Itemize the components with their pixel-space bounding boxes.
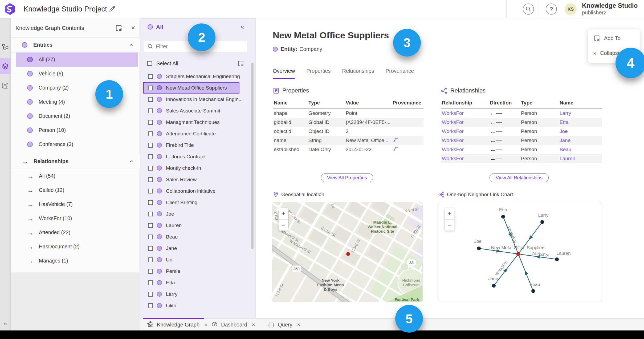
instance-checkbox[interactable]: [148, 143, 153, 148]
close-panel-icon[interactable]: ×: [131, 24, 135, 32]
entity-instance-item[interactable]: Etta: [143, 277, 239, 288]
graph-node[interactable]: [540, 220, 544, 224]
relationship-type-item[interactable]: →Manages (1): [16, 254, 138, 268]
instance-checkbox[interactable]: [148, 212, 153, 216]
instance-checkbox[interactable]: [148, 154, 153, 159]
edit-title-icon[interactable]: [108, 5, 116, 13]
close-tab-icon[interactable]: ×: [204, 321, 207, 328]
entity-instance-item[interactable]: Joe: [143, 208, 239, 220]
entity-instance-item[interactable]: Larry: [143, 288, 239, 300]
entity-instance-item[interactable]: Managment Techniques: [143, 116, 239, 128]
instance-checkbox[interactable]: [148, 86, 153, 90]
instance-checkbox[interactable]: [148, 74, 153, 79]
instance-checkbox[interactable]: [148, 235, 153, 239]
save-icon[interactable]: [0, 78, 11, 94]
relationship-type-item[interactable]: →Called (12): [16, 183, 138, 197]
instance-checkbox[interactable]: [148, 246, 153, 251]
instance-checkbox[interactable]: [148, 292, 153, 297]
user-info[interactable]: Knowledge Studio publisher2: [582, 2, 638, 16]
instance-checkbox[interactable]: [148, 303, 153, 308]
entity-instance-item[interactable]: Sales Associate Summit: [143, 105, 239, 116]
entity-instance-item[interactable]: Lilith: [143, 300, 239, 311]
relationship-link[interactable]: WorksFor: [442, 128, 464, 134]
graph-node[interactable]: [501, 215, 505, 219]
bottom-tab-query[interactable]: { }Query×: [268, 318, 300, 331]
instance-checkbox[interactable]: [148, 269, 153, 274]
entity-instance-item[interactable]: Collaboration initiative: [143, 185, 239, 197]
relationships-section-header[interactable]: → Relationships: [11, 154, 140, 169]
instance-checkbox[interactable]: [148, 131, 153, 136]
provenance-flag-icon[interactable]: [393, 146, 398, 152]
entity-instance-item[interactable]: Sales Review: [143, 174, 239, 185]
graph-node[interactable]: [555, 257, 559, 261]
one-hop-link-chart[interactable]: + − WorksForWorksForWorksForEttaLarryJoe…: [438, 202, 602, 302]
knowledge-studio-logo-icon[interactable]: [4, 3, 16, 15]
select-all-row[interactable]: Select All: [140, 58, 256, 69]
avatar[interactable]: KS: [565, 3, 577, 15]
instance-checkbox[interactable]: [148, 200, 153, 205]
relationship-type-item[interactable]: →HasDocument (2): [16, 240, 138, 254]
instance-checkbox[interactable]: [148, 223, 153, 228]
link-chart-canvas[interactable]: WorksForWorksForWorksForEttaLarryJoeLaur…: [438, 202, 602, 302]
add-to-new-icon[interactable]: [115, 24, 123, 32]
relationship-type-item[interactable]: →HasVehicle (7): [16, 197, 138, 211]
relationship-type-item[interactable]: →WorksFor (10): [16, 211, 138, 225]
entities-section-header[interactable]: Entities: [11, 38, 140, 53]
graph-node[interactable]: [531, 289, 535, 293]
expand-rail-icon[interactable]: »: [0, 321, 11, 327]
entity-instance-item[interactable]: Persie: [143, 265, 239, 277]
entity-instance-item[interactable]: Innovations in Mechanical Engin...: [143, 94, 239, 105]
tab-overview[interactable]: Overview: [273, 68, 295, 79]
zoom-out-button[interactable]: −: [445, 219, 454, 231]
zoom-out-button[interactable]: −: [279, 219, 288, 231]
related-entity-link[interactable]: Larry: [560, 110, 571, 116]
map-entity-marker[interactable]: [346, 252, 350, 256]
help-icon[interactable]: ?: [545, 3, 557, 15]
instance-checkbox[interactable]: [148, 166, 153, 171]
entity-instance-item[interactable]: Montly check-in: [143, 162, 239, 174]
tab-properties[interactable]: Properties: [306, 68, 331, 79]
map-canvas[interactable]: k RdW Clay StSaMarshall StW Marshall StE…: [272, 202, 423, 302]
relationship-link[interactable]: WorksFor: [442, 119, 464, 125]
relationship-link[interactable]: WorksFor: [442, 138, 464, 143]
graph-center-node[interactable]: [516, 252, 520, 256]
entity-instance-item[interactable]: Staplers Mechanical Engineering: [143, 71, 239, 82]
entity-instance-item[interactable]: New Metal Office Suppliers: [143, 82, 239, 94]
entity-instance-item[interactable]: Uri: [143, 254, 239, 265]
entity-type-item[interactable]: Conference (3): [16, 137, 138, 151]
chevron-up-icon[interactable]: [129, 42, 134, 49]
entity-instance-item[interactable]: Beau: [143, 231, 239, 243]
entity-type-item[interactable]: Vehicle (6): [16, 67, 138, 81]
related-entity-link[interactable]: Etta: [560, 119, 569, 125]
view-all-relationships-button[interactable]: View All Relationships: [490, 173, 549, 182]
instance-checkbox[interactable]: [148, 257, 153, 262]
related-entity-link[interactable]: Beau: [560, 147, 571, 152]
instance-checkbox[interactable]: [148, 177, 153, 182]
entity-type-item[interactable]: Person (10): [16, 123, 138, 137]
entity-instance-item[interactable]: Lauren: [143, 220, 239, 231]
entity-type-item[interactable]: Document (2): [16, 109, 138, 123]
instance-checkbox[interactable]: [148, 108, 153, 113]
entity-instance-item[interactable]: L. Jones Contract: [143, 151, 239, 162]
entity-instance-item[interactable]: Client Briefing: [143, 197, 239, 208]
entity-type-item[interactable]: All (27): [16, 53, 138, 67]
provenance-flag-icon[interactable]: [393, 137, 398, 143]
chevron-up-icon[interactable]: [129, 159, 134, 165]
tab-provenance[interactable]: Provenance: [386, 68, 414, 79]
close-tab-icon[interactable]: ×: [297, 321, 300, 328]
tab-relationships[interactable]: Relationships: [342, 68, 374, 79]
relationship-type-item[interactable]: →Attended (22): [16, 225, 138, 240]
geospatial-map[interactable]: + −: [272, 202, 423, 302]
graph-node[interactable]: [492, 284, 496, 288]
instance-checkbox[interactable]: [148, 280, 153, 285]
instance-checkbox[interactable]: [148, 97, 153, 102]
instance-checkbox[interactable]: [148, 189, 153, 193]
data-model-icon[interactable]: [0, 39, 11, 55]
instance-checkbox[interactable]: [148, 120, 153, 125]
entity-instance-item[interactable]: Attendance Certificate: [143, 128, 239, 139]
entity-instance-item[interactable]: Jane: [143, 243, 239, 254]
scrollbar[interactable]: [251, 63, 254, 249]
related-entity-link[interactable]: Joe: [560, 128, 568, 134]
bottom-tab-dashboard[interactable]: Dashboard×: [211, 318, 255, 331]
bottom-tab-knowledge-graph[interactable]: Knowledge Graph×: [147, 318, 207, 331]
